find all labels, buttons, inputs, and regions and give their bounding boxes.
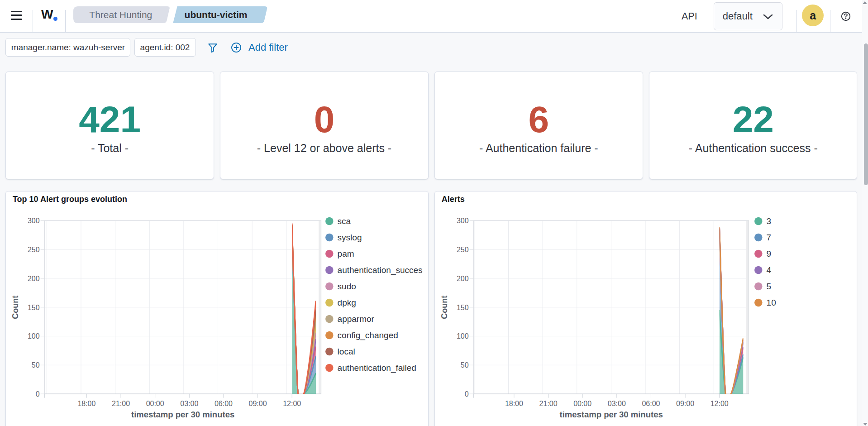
legend-label: 5 <box>767 282 772 291</box>
scrollbar-thumb[interactable] <box>864 43 868 185</box>
y-axis-tick-label: 150 <box>457 303 469 311</box>
filter-pill-agent-id[interactable]: agent.id: 002 <box>134 38 196 57</box>
x-axis-tick-label: 00:00 <box>146 399 164 407</box>
filter-pill-manager-name[interactable]: manager.name: wazuh-server <box>5 38 131 57</box>
stat-card-auth-failure: 6 - Authentication failure - <box>434 72 643 179</box>
api-select[interactable]: default <box>714 2 782 30</box>
funnel-icon <box>208 43 217 53</box>
legend-label: 4 <box>767 265 772 275</box>
legend-label: local <box>338 347 355 356</box>
breadcrumb-ubuntu-victim-label[interactable]: ubuntu-victim <box>185 10 248 20</box>
legend-item-7[interactable]: 7 <box>754 233 771 242</box>
y-axis-tick-label: 300 <box>28 217 40 225</box>
panel-alert-groups-evolution: Top 10 Alert groups evolution 0501001502… <box>5 191 428 426</box>
help-button[interactable] <box>839 9 853 24</box>
legend-label: apparmor <box>338 314 375 324</box>
legend-item-apparmor[interactable]: apparmor <box>325 314 375 324</box>
legend-item-10[interactable]: 10 <box>754 298 776 307</box>
top-header: W Threat Hunting ubuntu-victim API defau… <box>0 0 862 33</box>
x-axis-title: timestamp per 30 minutes <box>560 409 663 419</box>
legend-dot <box>754 266 763 274</box>
legend-item-sudo[interactable]: sudo <box>325 282 356 291</box>
header-divider <box>830 10 830 33</box>
x-axis-tick-label: 00:00 <box>573 399 591 407</box>
legend-dot <box>754 282 763 290</box>
legend-label: 3 <box>767 216 772 226</box>
avatar[interactable]: a <box>802 5 824 26</box>
legend-label: syslog <box>338 233 362 242</box>
menu-icon[interactable] <box>11 11 22 19</box>
legend-item-4[interactable]: 4 <box>754 265 772 275</box>
add-filter-label: Add filter <box>248 42 288 53</box>
legend-label: sca <box>338 216 351 226</box>
legend-label: authentication_failed <box>338 363 416 373</box>
legend-dot <box>325 233 334 241</box>
partial-bucket-band <box>746 220 749 394</box>
x-axis-tick-label: 06:00 <box>642 399 660 407</box>
legend-dot <box>325 282 334 290</box>
y-axis-tick-label: 200 <box>28 275 40 282</box>
x-axis-tick-label: 21:00 <box>112 399 130 407</box>
legend-item-sca[interactable]: sca <box>325 216 351 226</box>
scrollbar-down-arrow-icon[interactable] <box>863 423 868 426</box>
panel-alerts: Alerts 05010015020025030018:0021:0000:00… <box>434 191 857 426</box>
stat-value-auth-success: 22 <box>649 101 857 138</box>
legend-label: sudo <box>338 282 356 291</box>
alert-groups-evolution-chart: 05010015020025030018:0021:0000:0003:0006… <box>6 191 429 426</box>
x-axis-tick-label: 18:00 <box>505 399 523 407</box>
legend-item-local[interactable]: local <box>325 347 355 356</box>
legend-item-dpkg[interactable]: dpkg <box>325 298 356 307</box>
y-axis-title: Count <box>11 295 20 319</box>
legend-item-config_changed[interactable]: config_changed <box>325 330 398 340</box>
stat-label-auth-success: - Authentication success - <box>649 142 857 155</box>
y-axis-tick-label: 150 <box>28 303 40 311</box>
stat-card-level12: 0 - Level 12 or above alerts - <box>220 72 428 179</box>
chart-series-areas <box>720 227 744 407</box>
y-axis-tick-label: 100 <box>28 332 40 340</box>
filter-funnel-button[interactable] <box>208 43 217 53</box>
header-divider <box>33 10 33 33</box>
y-axis-title: Count <box>440 295 449 319</box>
wazuh-logo[interactable]: W <box>41 7 62 23</box>
legend-item-syslog[interactable]: syslog <box>325 233 362 242</box>
legend-dot <box>754 233 763 241</box>
breadcrumb-threat-hunting-label[interactable]: Threat Hunting <box>89 10 152 20</box>
legend-item-3[interactable]: 3 <box>754 216 771 226</box>
wazuh-logo-dot <box>53 17 57 21</box>
x-axis-tick-label: 12:00 <box>711 399 729 407</box>
stat-value-total: 421 <box>6 101 213 138</box>
y-axis-tick-label: 0 <box>36 390 40 398</box>
legend-item-authentication_failed[interactable]: authentication_failed <box>325 363 416 373</box>
page-scrollbar[interactable] <box>862 0 868 426</box>
stat-value-auth-failure: 6 <box>435 101 642 138</box>
help-icon <box>839 9 853 24</box>
stat-label-level12: - Level 12 or above alerts - <box>220 142 428 155</box>
breadcrumbs: Threat Hunting ubuntu-victim <box>73 6 268 23</box>
header-divider <box>796 10 797 33</box>
legend-dot <box>325 249 334 258</box>
stat-card-auth-success: 22 - Authentication success - <box>649 72 857 179</box>
legend-item-5[interactable]: 5 <box>754 282 771 291</box>
legend-dot <box>754 217 763 225</box>
legend-dot <box>325 266 334 274</box>
y-axis-tick-label: 50 <box>32 361 40 369</box>
chart-gridlines <box>41 220 321 394</box>
legend-item-pam[interactable]: pam <box>325 249 354 258</box>
scrollbar-up-arrow-icon[interactable] <box>863 1 867 4</box>
legend-label: 7 <box>767 233 772 242</box>
legend-item-authentication_succes[interactable]: authentication_succes <box>325 265 423 275</box>
y-axis-tick-label: 250 <box>28 246 40 254</box>
x-axis-title: timestamp per 30 minutes <box>131 409 234 419</box>
avatar-initial: a <box>810 9 816 22</box>
legend-label: pam <box>338 249 354 258</box>
y-axis-tick-label: 250 <box>457 246 469 254</box>
legend-label: dpkg <box>338 298 356 307</box>
x-axis-tick-label: 18:00 <box>78 399 96 407</box>
legend-dot <box>325 298 334 306</box>
legend-dot <box>325 217 334 225</box>
y-axis-tick-label: 200 <box>457 275 469 282</box>
legend-item-9[interactable]: 9 <box>754 249 771 258</box>
legend-label: authentication_succes <box>338 265 423 275</box>
add-filter-button[interactable]: Add filter <box>231 38 288 57</box>
header-divider <box>65 10 66 33</box>
